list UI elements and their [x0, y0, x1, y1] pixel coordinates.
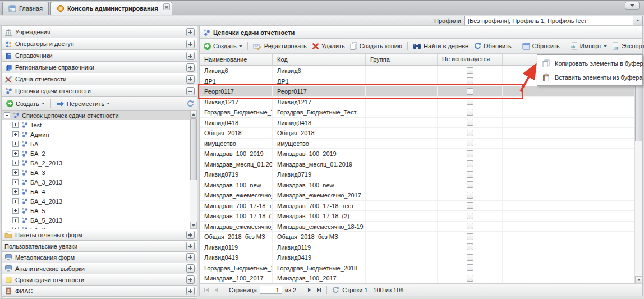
grid-scrollbar[interactable]: [634, 66, 642, 283]
tree-root[interactable]: Список цепочек сдачи отчетности: [2, 111, 190, 120]
tree-scrollbar[interactable]: [190, 111, 197, 229]
tree-item[interactable]: Админ: [2, 130, 190, 139]
sidebar-item-operators[interactable]: Операторы и доступ: [1, 38, 197, 50]
sidebar-item-regional-dictionaries[interactable]: Региональные справочники: [1, 61, 197, 73]
unused-checkbox[interactable]: [467, 130, 473, 136]
expand-icon[interactable]: [12, 141, 19, 147]
table-row[interactable]: Минздрав_100_2017 Минздрав_100_2017: [200, 273, 634, 283]
table-row[interactable]: Общая_2018_без МЗ Общая_2018_без МЗ: [200, 232, 634, 242]
expand-icon[interactable]: [12, 169, 19, 176]
unused-checkbox[interactable]: [467, 77, 473, 84]
expand-plus-button[interactable]: [186, 264, 195, 273]
combo-dropdown-button[interactable]: [633, 16, 642, 25]
unused-checkbox[interactable]: [467, 109, 473, 116]
profiles-combobox[interactable]: [Без профиля], Профиль 1, ПрофильТест: [464, 16, 643, 25]
column-header-code[interactable]: Код: [273, 54, 366, 65]
table-row[interactable]: Минздрав_месяц_01.2019 Минздрав_месяц_01…: [200, 159, 634, 170]
sidebar-item-submission-deadlines[interactable]: Сроки сдачи отчетности: [1, 274, 197, 286]
tab-home[interactable]: Главная: [2, 2, 49, 15]
tree-item[interactable]: БА: [2, 139, 190, 149]
sidebar-item-analytical-selections[interactable]: Аналитические выборки: [1, 263, 197, 274]
scrollbar-thumb[interactable]: [190, 118, 197, 180]
sidebar-item-dictionaries[interactable]: Справочники: [1, 49, 197, 62]
scroll-down-icon[interactable]: [190, 222, 197, 229]
find-in-tree-button[interactable]: Найти в дереве: [411, 42, 470, 51]
unused-checkbox[interactable]: [467, 150, 473, 157]
scroll-up-icon[interactable]: [190, 111, 197, 118]
unused-checkbox[interactable]: [467, 264, 473, 271]
table-row[interactable]: Минздрав_100_17-18_(2) Минздрав_100_17-1…: [200, 211, 634, 222]
tab-admin-console[interactable]: Консоль администрирования: [50, 2, 172, 15]
unused-checkbox[interactable]: [467, 223, 473, 229]
table-row[interactable]: Горздрав_Бюджетные_Тест Горздрав_Бюджетн…: [200, 107, 634, 118]
sidebar-item-user-links[interactable]: Пользовательские увязки: [1, 240, 197, 252]
sidebar-item-form-metadescriptions[interactable]: Метаописания форм: [1, 251, 197, 263]
table-row[interactable]: Ликвид0119 Ликвид0119: [200, 242, 634, 253]
move-button[interactable]: Переместить: [55, 99, 112, 108]
scroll-down-icon[interactable]: [635, 276, 642, 283]
edit-button[interactable]: Редактировать: [251, 42, 309, 51]
unused-checkbox[interactable]: [467, 254, 473, 261]
table-row[interactable]: Минздрав_100_new Минздрав_100_new: [200, 180, 634, 191]
unused-checkbox[interactable]: [467, 243, 473, 250]
delete-button[interactable]: Удалить: [310, 42, 347, 51]
expand-icon[interactable]: [12, 227, 19, 229]
expand-icon[interactable]: [12, 198, 19, 204]
unused-checkbox[interactable]: [467, 119, 473, 126]
expand-plus-button[interactable]: [186, 75, 195, 84]
expand-plus-button[interactable]: [186, 275, 195, 284]
expand-plus-button[interactable]: [186, 231, 195, 239]
table-row[interactable]: Горздрав_Бюджетные_20... Горздрав_Бюджет…: [200, 263, 634, 274]
reset-button[interactable]: Сбросить: [521, 42, 562, 51]
column-header-name[interactable]: Наименование: [200, 54, 273, 65]
next-page-button[interactable]: [306, 287, 312, 293]
table-row[interactable]: Ликвид0419 Ликвид0419: [200, 252, 634, 263]
tab-overflow-button[interactable]: [625, 2, 640, 10]
expand-plus-button[interactable]: [186, 40, 195, 48]
column-header-group[interactable]: Группа: [366, 54, 438, 65]
export-button[interactable]: Экспорт: [610, 41, 644, 51]
menu-item-paste-from-buffer[interactable]: Вставить элементы из буфера: [537, 70, 642, 84]
unused-checkbox[interactable]: [467, 67, 473, 74]
last-page-button[interactable]: [315, 287, 322, 293]
tree-item[interactable]: БА_3_2013: [2, 177, 190, 187]
sidebar-item-report-chains[interactable]: Цепочки сдачи отчетности: [1, 85, 197, 97]
table-row[interactable]: имущество имущество: [200, 139, 634, 149]
sidebar-item-report-form-packages[interactable]: Пакеты отчетных форм: [1, 229, 197, 241]
close-icon[interactable]: [163, 3, 170, 10]
unused-checkbox[interactable]: [467, 213, 473, 219]
expand-icon[interactable]: [12, 150, 19, 157]
tree-item[interactable]: БА_5_2013: [2, 215, 190, 225]
expand-icon[interactable]: [12, 122, 19, 128]
collapse-minus-button[interactable]: [186, 87, 195, 95]
expand-icon[interactable]: [12, 160, 19, 166]
copy-button[interactable]: Создать копию: [348, 41, 404, 51]
tree-item[interactable]: БА_2_2013: [2, 158, 190, 168]
table-row[interactable]: Минздрав_ежемесячно_... Минздрав_ежемеся…: [200, 190, 634, 201]
tree-item[interactable]: БА_4: [2, 187, 190, 196]
first-page-button[interactable]: [203, 287, 210, 293]
tree-item[interactable]: БА_6: [2, 225, 190, 229]
table-row[interactable]: Общая_2018 Общая_2018: [200, 128, 634, 139]
sidebar-item-report-submission[interactable]: Сдача отчетности: [1, 73, 197, 85]
import-button[interactable]: Импорт: [569, 41, 609, 51]
prev-page-button[interactable]: [213, 287, 219, 293]
unused-checkbox[interactable]: [467, 202, 473, 209]
expand-icon[interactable]: [12, 208, 19, 214]
table-row[interactable]: Минздрав_ежемесячно_... Минздрав_ежемеся…: [200, 222, 634, 232]
expand-icon[interactable]: [12, 217, 19, 223]
expand-plus-button[interactable]: [186, 242, 195, 250]
table-row[interactable]: Минздрав_100_2019 Минздрав_100_2019: [200, 149, 634, 159]
refresh-button[interactable]: Обновить: [472, 41, 513, 51]
tree-item[interactable]: БА_2: [2, 149, 190, 158]
expand-plus-button[interactable]: [186, 253, 195, 261]
table-row[interactable]: Ликвид0719 Ликвид0719: [200, 169, 634, 180]
expand-icon[interactable]: [12, 131, 19, 137]
create-button[interactable]: Создать: [4, 99, 47, 108]
tree-item[interactable]: БА_3: [2, 168, 190, 177]
create-button[interactable]: Создать: [202, 42, 244, 51]
unused-checkbox[interactable]: [467, 181, 473, 188]
expand-icon[interactable]: [12, 179, 19, 185]
unused-checkbox[interactable]: [467, 233, 473, 240]
unused-checkbox[interactable]: [467, 160, 473, 167]
